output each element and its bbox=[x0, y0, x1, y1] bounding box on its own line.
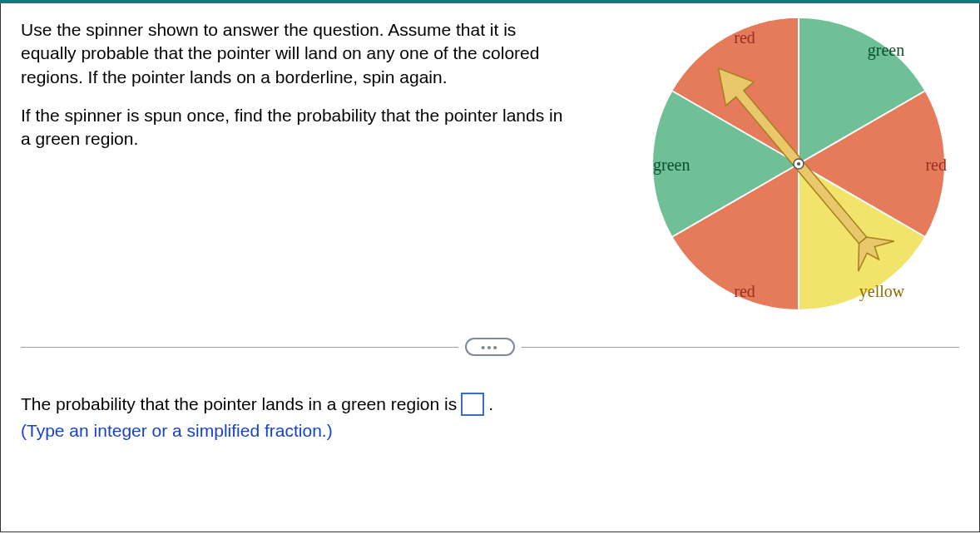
question-prompt: If the spinner is spun once, find the pr… bbox=[21, 104, 570, 151]
label-bot-left: red bbox=[734, 282, 755, 300]
answer-period: . bbox=[488, 394, 493, 414]
divider-line-right bbox=[522, 347, 959, 348]
label-bot-right: yellow bbox=[859, 282, 905, 301]
more-button[interactable]: ••• bbox=[465, 338, 515, 356]
question-text: Use the spinner shown to answer the ques… bbox=[21, 18, 570, 151]
section-divider: ••• bbox=[21, 338, 959, 356]
divider-line-left bbox=[21, 347, 458, 348]
spinner-figure: red green green red red yellow bbox=[645, 10, 953, 318]
question-panel: Use the spinner shown to answer the ques… bbox=[0, 3, 980, 532]
page: Use the spinner shown to answer the ques… bbox=[0, 0, 980, 534]
question-intro: Use the spinner shown to answer the ques… bbox=[21, 18, 570, 89]
spinner-svg: red green green red red yellow bbox=[645, 10, 953, 318]
label-top-left: red bbox=[734, 28, 755, 47]
answer-lead: The probability that the pointer lands i… bbox=[21, 394, 457, 414]
ellipsis-icon: ••• bbox=[481, 341, 499, 354]
answer-area: The probability that the pointer lands i… bbox=[21, 393, 959, 441]
svg-point-8 bbox=[797, 162, 800, 166]
answer-hint: (Type an integer or a simplified fractio… bbox=[21, 421, 959, 441]
answer-input[interactable] bbox=[461, 393, 484, 416]
label-top-right: green bbox=[868, 41, 904, 60]
label-mid-left: green bbox=[653, 156, 690, 175]
answer-sentence: The probability that the pointer lands i… bbox=[21, 393, 959, 416]
label-mid-right: red bbox=[925, 156, 947, 174]
